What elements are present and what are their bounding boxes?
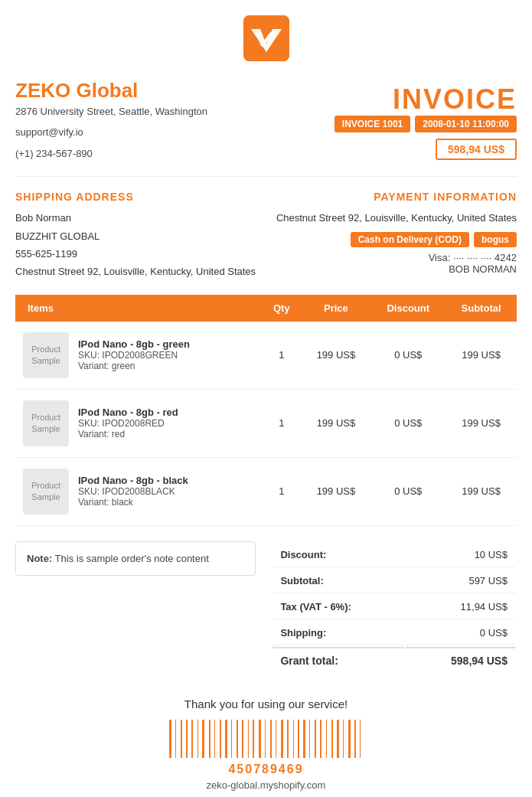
item-info-1: IPod Nano - 8gb - red SKU: IPOD2008RED V… (78, 407, 178, 439)
barcode-bar (287, 720, 289, 758)
item-cell-2: Product Sample IPod Nano - 8gb - black S… (23, 469, 256, 514)
table-row: Product Sample IPod Nano - 8gb - green S… (15, 322, 517, 390)
barcode-bar (281, 720, 283, 758)
totals-grand-label: Grant total: (273, 647, 403, 673)
barcode-bar (345, 720, 347, 758)
item-discount-2: 0 US$ (370, 457, 446, 525)
payment-gateway-badge: bogus (474, 232, 517, 247)
thank-you-text: Thank you for using our service! (15, 697, 517, 710)
info-row: SHIPPING ADDRESS Bob Norman BUZZHIT GLOB… (15, 191, 517, 281)
payment-section: PAYMENT INFORMATION Chestnut Street 92, … (276, 191, 517, 281)
payment-address: Chestnut Street 92, Louisville, Kentucky… (276, 209, 517, 227)
company-block: ZEKO Global 2876 University Street, Seat… (15, 79, 207, 165)
totals-subtotal-row: Subtotal: 597 US$ (273, 569, 515, 593)
shipping-section: SHIPPING ADDRESS Bob Norman BUZZHIT GLOB… (15, 191, 256, 281)
barcode-bar (318, 720, 318, 758)
site-url: zeko-global.myshopify.com (15, 779, 517, 791)
item-qty-2: 1 (262, 457, 301, 525)
barcode-bars (169, 720, 364, 758)
item-subtotal-1: 199 US$ (446, 389, 517, 457)
invoice-page: ✓ ZEKO Global 2876 University Street, Se… (0, 0, 532, 797)
item-sku-2: SKU: IPOD2008BLACK (78, 486, 188, 497)
barcode-bar (233, 720, 235, 758)
barcode-bar (184, 720, 184, 758)
barcode-bar (352, 720, 353, 758)
header-row: ZEKO Global 2876 University Street, Seat… (15, 79, 517, 165)
item-sku-0: SKU: IPOD2008GREEN (78, 350, 190, 361)
barcode-bar (229, 720, 230, 758)
payment-card-name: BOB NORMAN (276, 263, 517, 275)
barcode-bar (354, 720, 356, 758)
item-variant-1: Variant: red (78, 429, 178, 439)
barcode-bar (206, 720, 207, 758)
barcode-bar (263, 720, 263, 758)
barcode-bar (293, 720, 294, 758)
invoice-date-badge: 2008-01-10 11:00:00 (415, 116, 517, 132)
barcode-bar (202, 720, 204, 758)
col-qty: Qty (262, 295, 301, 322)
invoice-badges: INVOICE 1001 2008-01-10 11:00:00 (335, 116, 517, 132)
barcode-bar (237, 720, 238, 758)
item-subtotal-0: 199 US$ (446, 322, 517, 390)
items-body: Product Sample IPod Nano - 8gb - green S… (15, 322, 517, 526)
item-variant-0: Variant: green (78, 361, 190, 371)
item-price-0: 199 US$ (301, 322, 370, 390)
barcode-bar (189, 720, 190, 758)
item-discount-1: 0 US$ (370, 389, 446, 457)
totals-shipping-label: Shipping: (273, 621, 403, 645)
barcode-bar (320, 720, 321, 758)
barcode-bar (242, 720, 243, 758)
table-header: Items Qty Price Discount Subtotal (15, 295, 517, 322)
barcode-bar (225, 720, 227, 758)
barcode-bar (303, 720, 305, 758)
barcode-bar (298, 720, 299, 758)
barcode-bar (209, 720, 211, 758)
payment-badges: Cash on Delivery (COD) bogus (276, 232, 517, 247)
barcode-bar (341, 720, 341, 758)
barcode-bar (250, 720, 251, 758)
totals-discount-label: Discount: (273, 543, 403, 567)
barcode-bar (348, 720, 351, 758)
barcode-bar (194, 720, 196, 758)
totals-shipping-value: 0 US$ (406, 621, 515, 645)
barcode-bar (323, 720, 325, 758)
barcode-bar (220, 720, 221, 758)
barcode-bar (169, 720, 171, 758)
barcode-bar (276, 720, 276, 758)
barcode-bar (362, 720, 364, 758)
barcode-bar (357, 720, 358, 758)
payment-title: PAYMENT INFORMATION (276, 191, 517, 203)
totals-discount-row: Discount: 10 US$ (273, 543, 515, 567)
shipping-title: SHIPPING ADDRESS (15, 191, 256, 203)
barcode-bar (267, 720, 269, 758)
product-thumb-2: Product Sample (23, 469, 69, 514)
barcode-bar (253, 720, 254, 758)
table-row: Product Sample IPod Nano - 8gb - red SKU… (15, 389, 517, 457)
barcode-bar (175, 720, 176, 758)
company-email: support@vify.io (15, 123, 207, 141)
item-info-2: IPod Nano - 8gb - black SKU: IPOD2008BLA… (78, 475, 188, 508)
barcode-bar (217, 720, 218, 758)
item-cell-1: Product Sample IPod Nano - 8gb - red SKU… (23, 400, 256, 446)
company-logo: ✓ (243, 15, 289, 61)
product-thumb-0: Product Sample (23, 332, 69, 378)
shipping-name: Bob Norman (15, 209, 256, 227)
barcode-bar (270, 720, 272, 758)
barcode-bar (265, 720, 266, 758)
barcode-bar (173, 720, 174, 758)
bottom-row: Note: This is sample order's note conten… (15, 541, 517, 675)
footer: Thank you for using our service! 4507894… (15, 697, 517, 791)
barcode-bar (240, 720, 240, 758)
col-subtotal: Subtotal (446, 295, 517, 322)
col-discount: Discount (370, 295, 446, 322)
barcode-bar (186, 720, 188, 758)
barcode-bar (307, 720, 308, 758)
totals-shipping-row: Shipping: 0 US$ (273, 621, 515, 645)
logo-area: ✓ (15, 15, 517, 64)
totals-subtotal-value: 597 US$ (406, 569, 515, 593)
company-phone: (+1) 234-567-890 (15, 145, 207, 162)
barcode-bar (214, 720, 215, 758)
barcode-bar (309, 720, 310, 758)
company-address: 2876 University Street, Seattle, Washing… (15, 103, 207, 120)
header-divider (15, 176, 517, 177)
